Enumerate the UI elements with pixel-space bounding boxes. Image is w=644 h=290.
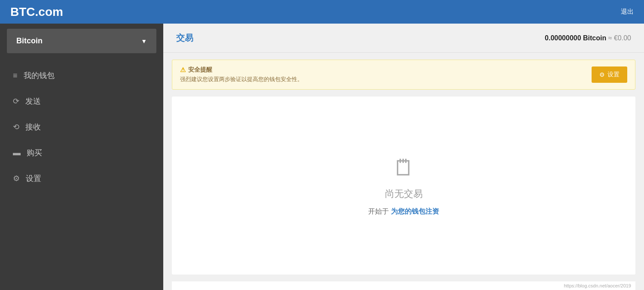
send-icon: ⟳ — [13, 97, 19, 106]
alert-title-text: 安全提醒 — [188, 66, 212, 74]
buy-icon: ▬ — [13, 148, 21, 157]
receive-icon: ⟲ — [13, 122, 19, 132]
alert-settings-label: 设置 — [607, 71, 620, 79]
balance-display: 0.00000000 Bitcoin ≈ €0.00 — [545, 34, 631, 42]
sidebar: Bitcoin ▼ ≡ 我的钱包 ⟳ 发送 ⟲ 接收 ▬ 购买 ⚙ 设置 — [0, 24, 163, 290]
sidebar-item-buy[interactable]: ▬ 购买 — [0, 140, 163, 166]
sidebar-item-send[interactable]: ⟳ 发送 — [0, 88, 163, 114]
sidebar-nav: ≡ 我的钱包 ⟳ 发送 ⟲ 接收 ▬ 购买 ⚙ 设置 — [0, 58, 163, 196]
currency-selector[interactable]: Bitcoin ▼ — [7, 29, 156, 53]
logout-button[interactable]: 退出 — [621, 8, 634, 16]
settings-icon: ⚙ — [13, 174, 20, 183]
empty-state: 🗒 尚无交易 开始于 为您的钱包注资 — [172, 97, 635, 275]
empty-title: 尚无交易 — [385, 187, 423, 200]
sidebar-item-receive[interactable]: ⟲ 接收 — [0, 114, 163, 140]
balance-approx: ≈ — [608, 34, 614, 42]
empty-cta: 开始于 为您的钱包注资 — [368, 207, 439, 216]
sidebar-item-receive-label: 接收 — [25, 122, 41, 132]
wallet-icon: ≡ — [13, 71, 18, 80]
alert-title: ⚠ 安全提醒 — [180, 66, 303, 74]
balance-btc: 0.00000000 Bitcoin — [545, 34, 606, 42]
warning-icon: ⚠ — [180, 66, 186, 74]
alert-settings-button[interactable]: ⚙ 设置 — [592, 66, 627, 83]
empty-transactions-icon: 🗒 — [393, 155, 415, 181]
balance-eur: €0.00 — [614, 34, 631, 42]
content-area: 交易 0.00000000 Bitcoin ≈ €0.00 ⚠ 安全提醒 强烈建… — [163, 24, 644, 290]
sidebar-item-send-label: 发送 — [25, 96, 41, 106]
sidebar-item-wallet[interactable]: ≡ 我的钱包 — [0, 63, 163, 88]
alert-content: ⚠ 安全提醒 强烈建议您设置两步验证以提高您的钱包安全性。 — [180, 66, 303, 83]
sidebar-item-settings[interactable]: ⚙ 设置 — [0, 166, 163, 191]
watermark: https://blog.csdn.net/aocer/2019 — [172, 281, 635, 290]
chevron-down-icon: ▼ — [141, 38, 147, 45]
header: BTC.com 退出 — [0, 0, 644, 24]
fund-wallet-link[interactable]: 为您的钱包注资 — [391, 208, 439, 215]
empty-cta-prefix: 开始于 — [368, 208, 391, 215]
alert-banner: ⚠ 安全提醒 强烈建议您设置两步验证以提高您的钱包安全性。 ⚙ 设置 — [172, 60, 635, 90]
alert-body: 强烈建议您设置两步验证以提高您的钱包安全性。 — [180, 76, 303, 83]
sidebar-item-settings-label: 设置 — [26, 173, 41, 184]
sidebar-item-wallet-label: 我的钱包 — [24, 70, 55, 81]
content-header: 交易 0.00000000 Bitcoin ≈ €0.00 — [163, 24, 644, 53]
currency-label: Bitcoin — [16, 36, 43, 45]
alert-settings-icon: ⚙ — [599, 71, 605, 78]
main-layout: Bitcoin ▼ ≡ 我的钱包 ⟳ 发送 ⟲ 接收 ▬ 购买 ⚙ 设置 — [0, 24, 644, 290]
logo: BTC.com — [10, 5, 63, 19]
page-title: 交易 — [176, 32, 193, 44]
sidebar-item-buy-label: 购买 — [27, 148, 42, 158]
